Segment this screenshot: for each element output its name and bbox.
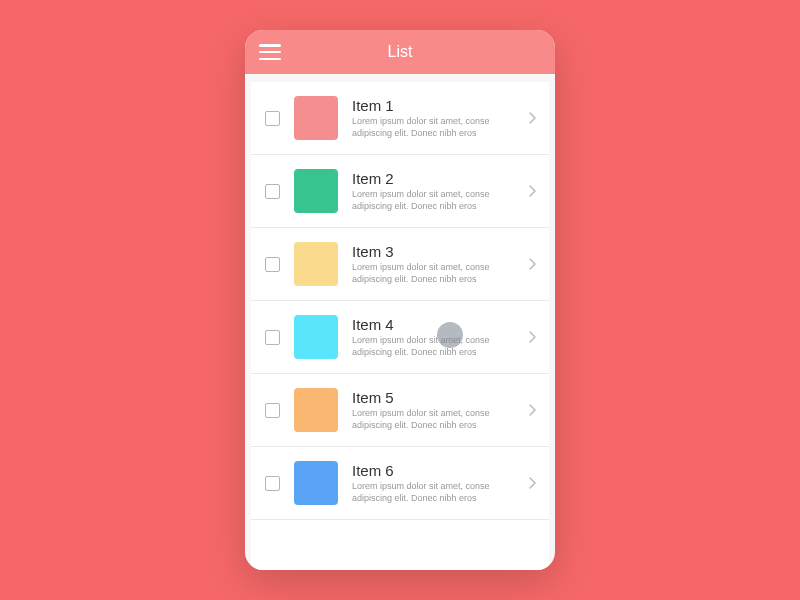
item-text: Item 3 Lorem ipsum dolor sit amet, conse… [352, 243, 521, 285]
item-text: Item 5 Lorem ipsum dolor sit amet, conse… [352, 389, 521, 431]
checkbox[interactable] [265, 476, 280, 491]
item-text: Item 2 Lorem ipsum dolor sit amet, conse… [352, 170, 521, 212]
item-description: Lorem ipsum dolor sit amet, conse adipis… [352, 481, 521, 504]
checkbox[interactable] [265, 330, 280, 345]
chevron-right-icon[interactable] [529, 258, 537, 270]
list-item[interactable]: Item 6 Lorem ipsum dolor sit amet, conse… [251, 447, 549, 520]
color-swatch [294, 242, 338, 286]
item-text: Item 1 Lorem ipsum dolor sit amet, conse… [352, 97, 521, 139]
item-title: Item 2 [352, 170, 521, 187]
list-item[interactable]: Item 5 Lorem ipsum dolor sit amet, conse… [251, 374, 549, 447]
list-item[interactable]: Item 4 Lorem ipsum dolor sit amet, conse… [251, 301, 549, 374]
item-description: Lorem ipsum dolor sit amet, conse adipis… [352, 335, 521, 358]
color-swatch [294, 315, 338, 359]
item-description: Lorem ipsum dolor sit amet, conse adipis… [352, 262, 521, 285]
page-title: List [388, 43, 413, 61]
list-item[interactable]: Item 2 Lorem ipsum dolor sit amet, conse… [251, 155, 549, 228]
app-header: List [245, 30, 555, 74]
item-text: Item 6 Lorem ipsum dolor sit amet, conse… [352, 462, 521, 504]
menu-icon[interactable] [259, 44, 281, 60]
color-swatch [294, 388, 338, 432]
item-description: Lorem ipsum dolor sit amet, conse adipis… [352, 116, 521, 139]
list-item[interactable]: Item 1 Lorem ipsum dolor sit amet, conse… [251, 82, 549, 155]
item-description: Lorem ipsum dolor sit amet, conse adipis… [352, 189, 521, 212]
color-swatch [294, 169, 338, 213]
checkbox[interactable] [265, 257, 280, 272]
chevron-right-icon[interactable] [529, 331, 537, 343]
color-swatch [294, 461, 338, 505]
chevron-right-icon[interactable] [529, 404, 537, 416]
checkbox[interactable] [265, 403, 280, 418]
item-title: Item 4 [352, 316, 521, 333]
chevron-right-icon[interactable] [529, 477, 537, 489]
list-item[interactable]: Item 3 Lorem ipsum dolor sit amet, conse… [251, 228, 549, 301]
item-title: Item 5 [352, 389, 521, 406]
chevron-right-icon[interactable] [529, 112, 537, 124]
item-title: Item 3 [352, 243, 521, 260]
checkbox[interactable] [265, 184, 280, 199]
checkbox[interactable] [265, 111, 280, 126]
phone-frame: List Item 1 Lorem ipsum dolor sit amet, … [245, 30, 555, 570]
item-text: Item 4 Lorem ipsum dolor sit amet, conse… [352, 316, 521, 358]
chevron-right-icon[interactable] [529, 185, 537, 197]
list-container[interactable]: Item 1 Lorem ipsum dolor sit amet, conse… [251, 82, 549, 570]
color-swatch [294, 96, 338, 140]
item-title: Item 1 [352, 97, 521, 114]
item-description: Lorem ipsum dolor sit amet, conse adipis… [352, 408, 521, 431]
item-title: Item 6 [352, 462, 521, 479]
